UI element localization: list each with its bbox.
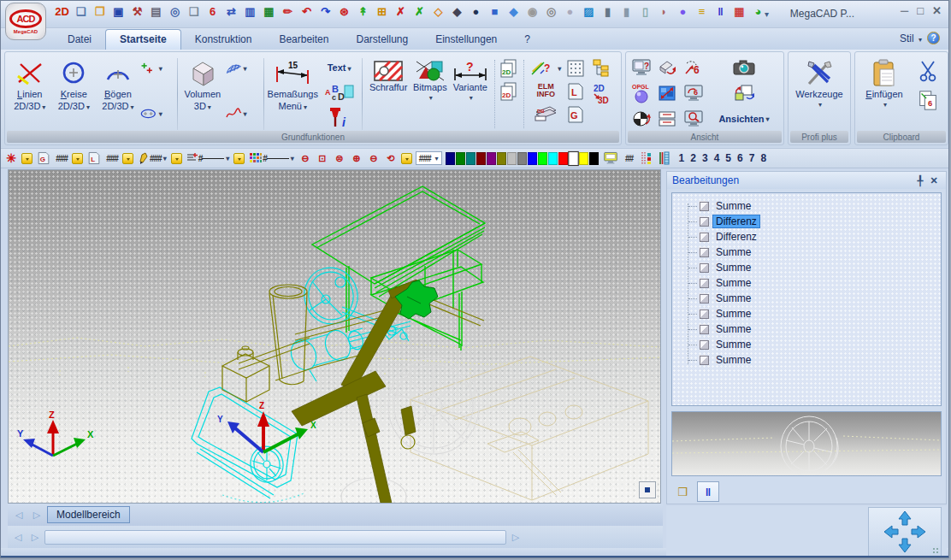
maximize-button[interactable]: □ — [917, 4, 924, 17]
refresh-view-icon[interactable]: ▥ — [242, 3, 258, 20]
einfuegen-button[interactable]: Einfügen ▾ — [858, 55, 911, 132]
cylinder-icon[interactable]: ▯ — [637, 3, 653, 20]
autosnap-icon[interactable]: ✳ — [4, 150, 18, 166]
ellipse-points-button[interactable]: ▾ — [140, 103, 162, 124]
tree-item-summe-0[interactable]: Summe — [679, 198, 941, 214]
tile-windows-button[interactable] — [656, 109, 678, 129]
color-swatch-9[interactable] — [538, 152, 547, 165]
sphere-dark-icon[interactable]: ● — [468, 3, 484, 20]
group-page-button[interactable]: G — [36, 150, 51, 166]
screen-help-button[interactable]: ? — [630, 57, 653, 78]
tab-einstellungen[interactable]: Einstellungen — [422, 30, 511, 50]
layer-ladder-icon[interactable] — [657, 150, 670, 166]
color-swatch-10[interactable] — [548, 152, 558, 165]
layer-l-button[interactable]: L — [564, 81, 587, 102]
boegen-button[interactable]: Bögen 2D/3D▾ — [96, 55, 140, 132]
tab-bearbeiten[interactable]: Bearbeiten — [265, 30, 342, 50]
tree-item-summe-10[interactable]: Summe — [679, 352, 941, 368]
texture-icon[interactable]: ▨ — [581, 3, 597, 20]
sheet-number-2[interactable]: 2 — [690, 152, 696, 164]
move-part-icon[interactable]: ◆ — [449, 3, 465, 20]
opengl-mode-button[interactable]: OPGL — [630, 83, 653, 103]
page-6-icon[interactable]: 6 — [204, 3, 221, 20]
open-file-icon[interactable]: ❐ — [92, 3, 108, 20]
stretch-icon[interactable]: ◇ — [430, 3, 446, 20]
cylinder-cut-icon[interactable]: ◗ — [656, 3, 672, 20]
camera-button[interactable] — [733, 57, 755, 78]
tab-help[interactable]: ? — [511, 30, 544, 50]
sheet-number-7[interactable]: 7 — [749, 152, 755, 164]
pen-width-value[interactable]: ## — [623, 150, 636, 166]
trim-red-icon[interactable]: ✗ — [393, 3, 409, 20]
font-style-button[interactable]: A B c D — [322, 81, 357, 103]
measure-figure-icon[interactable]: ↟ — [355, 3, 371, 20]
app-logo[interactable]: ACD MegaCAD — [5, 3, 46, 40]
screen-settings-button[interactable]: 6 — [682, 83, 705, 103]
zoom-previous-icon[interactable]: ⟲ — [384, 150, 398, 166]
close-panel-icon[interactable]: ✕ — [927, 175, 941, 186]
scrollbar-thumb[interactable] — [44, 530, 506, 545]
tree-item-summe-6[interactable]: Summe — [679, 291, 941, 306]
tab-darstellung[interactable]: Darstellung — [342, 30, 422, 50]
bemassung-button[interactable]: 15 Bemaßungs Menü▾ — [267, 55, 319, 132]
eraser-view-button[interactable] — [656, 57, 678, 78]
point-grid-button[interactable] — [564, 58, 587, 79]
sheet-number-5[interactable]: 5 — [725, 152, 731, 164]
color-swatch-8[interactable] — [528, 152, 537, 165]
screen-zoom-button[interactable] — [682, 109, 705, 129]
kreise-button[interactable]: Kreise 2D/3D▾ — [52, 55, 97, 132]
text-menu-button[interactable]: Text▾ — [321, 58, 358, 79]
redraw-element-button[interactable]: 6 — [682, 57, 705, 78]
color-swatch-5[interactable] — [497, 152, 506, 165]
color-swatch-3[interactable] — [476, 152, 486, 165]
erase-icon[interactable]: ✏ — [280, 3, 296, 20]
lock-icon[interactable] — [401, 153, 412, 164]
tab-scroll-right[interactable]: ▷ — [29, 507, 44, 522]
points-button[interactable]: ▾ — [140, 58, 162, 79]
prism-icon[interactable]: ◆ — [505, 3, 522, 20]
zoom-in-icon[interactable]: ⊕ — [350, 150, 363, 166]
pages-2d-green-button[interactable]: 2D — [498, 58, 520, 79]
part-preview[interactable] — [671, 411, 942, 476]
screen-colors-button[interactable] — [602, 150, 619, 166]
spline-button[interactable]: ▾ — [225, 103, 247, 124]
zoom-texture-button[interactable] — [656, 83, 678, 103]
schraffur-button[interactable]: Schraffur — [365, 55, 411, 121]
database-button[interactable]: DB — [529, 103, 563, 123]
tree-item-summe-7[interactable]: Summe — [679, 306, 941, 321]
part-edit-icon[interactable]: ⚒ — [129, 3, 145, 20]
convert-2d-3d-button[interactable]: 2D 3D — [590, 81, 612, 107]
pan-navigation-pad[interactable] — [868, 507, 942, 557]
tab-konstruktion[interactable]: Konstruktion — [181, 30, 266, 50]
scroll-right-button[interactable]: ▷ — [27, 529, 43, 545]
sheet-number-1[interactable]: 1 — [679, 152, 685, 164]
layer-colors-icon[interactable] — [640, 150, 653, 166]
color-swatch-1[interactable] — [456, 152, 465, 165]
color-swatch-2[interactable] — [466, 152, 476, 165]
close-button[interactable]: ✕ — [932, 4, 942, 17]
plot-icon[interactable]: ⊛ — [336, 3, 352, 20]
color-swatch-11[interactable] — [558, 152, 568, 165]
copy-page-icon[interactable]: ❑ — [186, 3, 202, 20]
layer-page-button[interactable]: L — [86, 150, 102, 166]
elm-info-button[interactable]: ELMINFO — [529, 81, 563, 100]
ansichten-button[interactable]: Ansichten ▾ — [708, 109, 780, 129]
tree-item-summe-3[interactable]: Summe — [679, 245, 941, 260]
scroll-right-end-button[interactable]: ▷ — [508, 529, 523, 545]
tree-item-differenz-2[interactable]: Differenz — [679, 229, 941, 245]
lock-icon[interactable] — [233, 153, 245, 164]
regen-view-icon[interactable]: ▦ — [261, 3, 277, 20]
zoom-pan-icon[interactable]: ⊜ — [333, 150, 346, 166]
color-swatch-4[interactable] — [487, 152, 496, 165]
structure-list-icon[interactable]: ≡ — [694, 3, 710, 20]
color-swatch-0[interactable] — [446, 152, 455, 165]
color-rows-button[interactable]: # ▾ — [248, 150, 295, 166]
cut-button[interactable] — [917, 58, 939, 84]
color-swatch-13[interactable] — [579, 152, 588, 165]
pillars-icon[interactable]: ‖ — [712, 3, 729, 20]
layer-grid-icon[interactable]: ▦ — [731, 3, 747, 20]
save-file-icon[interactable]: ▣ — [110, 3, 127, 20]
group-g-button[interactable]: G — [564, 104, 587, 125]
pen-number-dropdown[interactable]: ### ▾ — [416, 151, 442, 165]
tab-modellbereich[interactable]: Modellbereich — [47, 506, 130, 523]
